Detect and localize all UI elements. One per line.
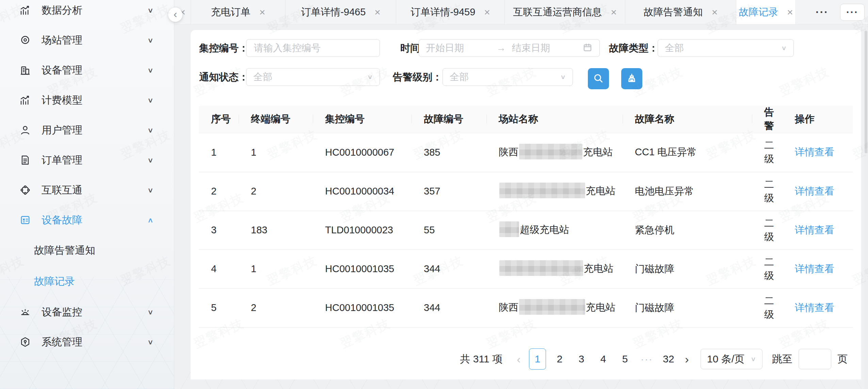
tab-charging-orders[interactable]: 充电订单 × xyxy=(191,0,286,24)
user-icon xyxy=(19,124,32,137)
next-page-button[interactable]: › xyxy=(679,353,694,366)
cell-hub: TLD010000023 xyxy=(313,211,412,250)
end-date-placeholder[interactable]: 结束日期 xyxy=(512,42,582,55)
range-arrow-icon: → xyxy=(496,43,506,53)
chevron-down-icon: ∨ xyxy=(367,74,373,81)
cell-level: 二级 xyxy=(752,250,783,289)
building-icon xyxy=(19,64,32,77)
start-date-placeholder[interactable]: 开始日期 xyxy=(426,42,496,55)
view-detail-link[interactable]: 详情查看 xyxy=(795,263,834,274)
alarm-icon xyxy=(19,306,32,318)
chevron-up-icon: ∧ xyxy=(147,216,154,224)
tab-actions-button[interactable]: ··· xyxy=(840,4,865,21)
alarm-level-select[interactable]: 全部 ∨ xyxy=(443,68,573,86)
cell-hub: HC0010000067 xyxy=(313,133,412,172)
sidebar-item-order-mgmt[interactable]: 订单管理 ∨ xyxy=(0,145,174,175)
view-detail-link[interactable]: 详情查看 xyxy=(795,224,834,235)
scrollbar-thumb[interactable] xyxy=(865,31,867,153)
close-icon[interactable]: × xyxy=(374,6,381,18)
page-number-32[interactable]: 32 xyxy=(660,348,677,370)
table-row: 3 183 TLD010000023 55 超级充电站 紧急停机 二级 详情查看 xyxy=(199,211,853,250)
tab-bar: × 充电订单 × 订单详情-9465 × 订单详情-9459 × 互联互通运营商… xyxy=(174,0,868,25)
sidebar-item-label: 设备监控 xyxy=(42,305,82,319)
sidebar-subitem-fault-alarm-notice[interactable]: 故障告警通知 xyxy=(0,235,174,266)
close-icon[interactable]: × xyxy=(484,6,490,18)
cell-seq: 3 xyxy=(199,211,239,250)
cell-action: 详情查看 xyxy=(783,289,853,327)
page-number-2[interactable]: 2 xyxy=(551,348,568,370)
view-detail-link[interactable]: 详情查看 xyxy=(795,186,834,197)
date-range-picker[interactable]: 开始日期 → 结束日期 xyxy=(419,39,600,57)
cell-fault-no: 357 xyxy=(412,172,486,211)
tab-order-detail-9465[interactable]: 订单详情-9465 × xyxy=(286,0,396,24)
search-icon xyxy=(593,73,604,85)
close-icon[interactable]: × xyxy=(712,6,718,18)
redacted-block xyxy=(499,260,583,276)
sidebar-item-billing-model[interactable]: 计费模型 ∨ xyxy=(0,85,174,115)
more-tabs-icon[interactable]: ··· xyxy=(816,6,829,18)
sidebar-item-interconnect[interactable]: 互联互通 ∨ xyxy=(0,175,174,205)
fault-type-select[interactable]: 全部 ∨ xyxy=(658,39,794,57)
header-fault-name: 故障名称 xyxy=(623,106,752,133)
sidebar-item-label: 设备管理 xyxy=(42,63,82,77)
tab-fault-records[interactable]: 故障记录 × xyxy=(736,0,796,24)
page-number-1[interactable]: 1 xyxy=(529,348,546,370)
sidebar-subitem-label: 故障记录 xyxy=(34,275,75,289)
total-count-label: 共 311 项 xyxy=(460,352,503,366)
sidebar-item-station-mgmt[interactable]: 场站管理 ∨ xyxy=(0,25,174,55)
close-icon[interactable]: × xyxy=(787,6,793,18)
cell-fault-no: 344 xyxy=(412,289,486,327)
scrollbar[interactable] xyxy=(864,25,868,389)
close-icon[interactable]: × xyxy=(611,6,617,18)
cell-level: 二级 xyxy=(752,211,783,250)
redacted-block xyxy=(519,299,585,315)
document-icon xyxy=(19,154,32,167)
sidebar-item-label: 用户管理 xyxy=(42,123,82,137)
prev-page-button[interactable]: ‹ xyxy=(511,353,526,366)
hub-input[interactable] xyxy=(246,39,380,57)
sidebar-item-label: 设备故障 xyxy=(42,213,82,227)
chevron-down-icon: ∨ xyxy=(147,308,154,316)
search-button[interactable] xyxy=(588,68,609,89)
page-ellipsis-icon[interactable]: ··· xyxy=(639,353,655,365)
table-row: 2 2 HC0010000034 357 充电站 电池电压异常 二级 详情查看 xyxy=(199,172,853,211)
content-card: 集控编号： 时间： 开始日期 → 结束日期 故障类型： 全部 ∨ 通知状态： 全… xyxy=(191,30,861,379)
broom-icon xyxy=(626,73,638,85)
header-station: 场站名称 xyxy=(486,106,623,133)
sidebar-subitem-label: 故障告警通知 xyxy=(34,244,95,258)
page-number-5[interactable]: 5 xyxy=(617,348,633,370)
hub-filter-label: 集控编号： xyxy=(199,39,248,57)
chevron-down-icon: ∨ xyxy=(147,186,154,194)
close-icon[interactable]: × xyxy=(259,6,266,18)
cell-station: 充电站 xyxy=(486,172,623,211)
chevron-down-icon: ∨ xyxy=(147,66,154,74)
tab-interconnect-operator-info[interactable]: 互联互通运营商信息 × xyxy=(505,0,625,24)
fault-list-icon xyxy=(19,214,32,227)
page-size-select[interactable]: 10 条/页 ∨ xyxy=(701,349,762,369)
view-detail-link[interactable]: 详情查看 xyxy=(795,302,834,313)
page-number-3[interactable]: 3 xyxy=(573,348,590,370)
tab-fault-alarm-notice[interactable]: 故障告警通知 × xyxy=(625,0,736,24)
sidebar-item-label: 计费模型 xyxy=(42,93,82,107)
page-number-4[interactable]: 4 xyxy=(595,348,611,370)
sidebar-item-system-mgmt[interactable]: 系统管理 ∨ xyxy=(0,327,174,357)
sidebar-collapse-button[interactable]: ‹ xyxy=(168,7,182,22)
sidebar-item-user-mgmt[interactable]: 用户管理 ∨ xyxy=(0,115,174,145)
cell-station: 充电站 xyxy=(486,250,623,289)
filter-panel: 集控编号： 时间： 开始日期 → 结束日期 故障类型： 全部 ∨ 通知状态： 全… xyxy=(191,30,861,98)
tab-order-detail-9459[interactable]: 订单详情-9459 × xyxy=(396,0,505,24)
cell-seq: 1 xyxy=(199,133,239,172)
sidebar-item-device-monitor[interactable]: 设备监控 ∨ xyxy=(0,297,174,327)
jump-to-label: 跳至 xyxy=(772,352,792,366)
jump-page-input[interactable] xyxy=(799,349,831,369)
sidebar-item-data-analysis[interactable]: 数据分析 ∨ xyxy=(0,0,174,25)
cell-fault-no: 55 xyxy=(412,211,486,250)
notify-status-select[interactable]: 全部 ∨ xyxy=(246,68,380,86)
sidebar-item-device-mgmt[interactable]: 设备管理 ∨ xyxy=(0,55,174,85)
sidebar-subitem-fault-records[interactable]: 故障记录 xyxy=(0,266,174,297)
sidebar-item-label: 系统管理 xyxy=(42,335,82,349)
sidebar-item-device-fault[interactable]: 设备故障 ∧ xyxy=(0,205,174,235)
clear-button[interactable] xyxy=(621,68,642,89)
view-detail-link[interactable]: 详情查看 xyxy=(795,146,834,157)
cell-hub: HC0010000034 xyxy=(313,172,412,211)
